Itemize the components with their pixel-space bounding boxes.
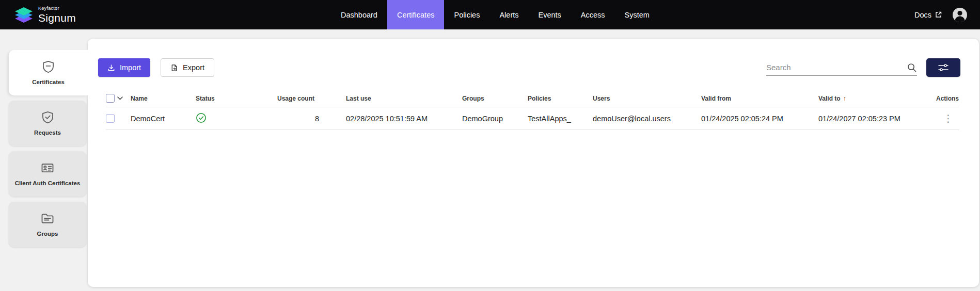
cell-valid-to: 01/24/2027 02:05:23 PM [818,115,936,123]
export-icon [170,64,178,72]
column-header-policies[interactable]: Policies [528,95,593,102]
row-checkbox[interactable] [106,114,115,123]
import-button[interactable]: Import [98,58,150,77]
cell-users: demoUser@local.users [593,115,701,123]
top-navbar: Keyfactor Signum Dashboard Certificates … [0,0,980,29]
search-input[interactable] [766,63,907,72]
filter-sliders-icon [938,63,949,72]
select-all-checkbox[interactable] [106,94,115,103]
certificates-table: Name Status Usage count Last use Groups … [106,90,959,130]
column-header-valid-to[interactable]: Valid to ↑ [818,94,936,102]
sort-ascending-icon[interactable]: ↑ [843,94,847,102]
import-button-label: Import [120,63,141,72]
certificate-icon [41,60,55,74]
cell-status [196,112,277,125]
sidebar-item-label: Client Auth Certificates [11,180,85,187]
user-avatar-icon[interactable] [952,7,968,23]
nav-item-dashboard[interactable]: Dashboard [331,0,387,29]
sidebar-item-label: Groups [33,230,62,237]
nav-item-policies[interactable]: Policies [444,0,489,29]
sidebar-item-client-auth-certificates[interactable]: Client Auth Certificates [9,151,86,197]
export-button[interactable]: Export [161,58,214,77]
search-icon[interactable] [907,62,917,73]
column-header-groups[interactable]: Groups [462,95,528,102]
certificates-toolbar: Import Export [98,58,960,77]
id-card-icon [40,160,55,175]
column-header-status[interactable]: Status [196,95,277,102]
column-header-valid-from[interactable]: Valid from [701,95,818,102]
sidebar-item-label: Requests [30,129,65,136]
filter-button[interactable] [926,58,960,77]
sidebar-item-requests[interactable]: Requests [9,101,86,146]
folder-icon [40,211,55,225]
export-button-label: Export [183,63,204,72]
sidebar-item-groups[interactable]: Groups [9,202,86,247]
cell-policies: TestAllApps_ [528,115,593,123]
docs-label: Docs [914,11,931,19]
import-icon [107,64,115,72]
column-header-name[interactable]: Name [131,95,196,102]
cell-usage-count: 8 [277,115,346,123]
column-header-usage-count[interactable]: Usage count [277,95,346,102]
brand-top-label: Keyfactor [38,6,76,11]
column-header-actions: Actions [936,95,965,102]
table-row[interactable]: DemoCert 8 02/28/2025 10:51:59 AM DemoGr… [106,107,959,130]
search-field [766,59,917,76]
docs-link[interactable]: Docs [914,11,942,19]
cell-name[interactable]: DemoCert [131,115,196,123]
request-check-icon [41,110,55,124]
column-header-users[interactable]: Users [593,95,701,102]
nav-item-system[interactable]: System [615,0,659,29]
nav-item-certificates[interactable]: Certificates [387,0,445,29]
external-link-icon [935,11,942,18]
nav-item-access[interactable]: Access [571,0,615,29]
row-actions-menu-icon[interactable]: ⋮ [943,113,953,124]
certificates-panel: Import Export [88,39,979,287]
cell-valid-from: 01/24/2025 02:05:24 PM [701,115,818,123]
status-valid-icon [196,112,207,123]
brand-logo[interactable]: Keyfactor Signum [0,6,76,24]
nav-item-alerts[interactable]: Alerts [489,0,528,29]
column-header-last-use[interactable]: Last use [346,95,462,102]
sidebar-item-label: Certificates [28,78,69,86]
nav-item-events[interactable]: Events [529,0,571,29]
brand-name-label: Signum [38,12,76,23]
keyfactor-logo-icon [14,6,33,24]
sidebar-item-certificates[interactable]: Certificates [9,50,88,95]
chevron-down-icon[interactable] [117,96,123,100]
main-nav: Dashboard Certificates Policies Alerts E… [76,0,914,29]
cell-groups: DemoGroup [462,115,528,123]
cell-last-use: 02/28/2025 10:51:59 AM [346,115,462,123]
table-header-row: Name Status Usage count Last use Groups … [106,90,959,107]
